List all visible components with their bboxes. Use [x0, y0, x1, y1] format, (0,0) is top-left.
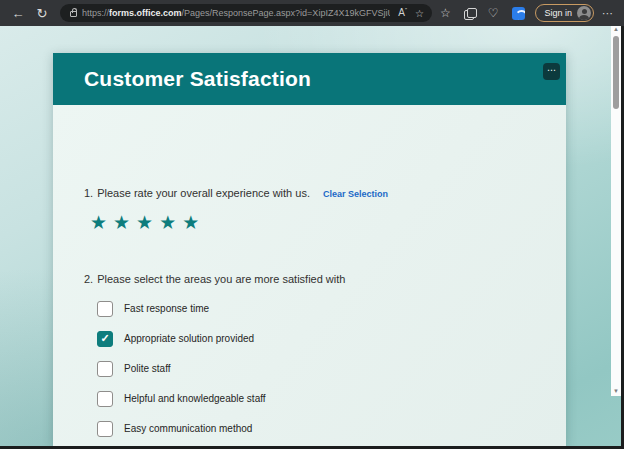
extension-icon[interactable] — [512, 7, 525, 20]
clear-selection-button[interactable]: Clear Selection — [323, 189, 388, 199]
checkbox-label: Polite staff — [124, 363, 171, 374]
checkbox[interactable]: ✓ — [97, 301, 113, 317]
scroll-down-icon[interactable]: ▼ — [613, 386, 619, 396]
page-scrollbar[interactable]: ▲ ▼ — [611, 24, 621, 396]
question-2-text: Please select the areas you are more sat… — [97, 273, 345, 285]
question-1: 1.Please rate your overall experience wi… — [84, 187, 388, 199]
url-scheme: https:// — [82, 8, 109, 18]
forms-page-background: Customer Satisfaction ⋯ 1.Please rate yo… — [0, 26, 624, 449]
read-aloud-icon[interactable]: A” — [398, 7, 407, 18]
checkbox[interactable]: ✓ — [97, 361, 113, 377]
favorites-icon[interactable]: ☆ — [440, 7, 451, 19]
star-icon[interactable]: ★ — [136, 212, 153, 234]
form-card: Customer Satisfaction ⋯ 1.Please rate yo… — [53, 53, 566, 446]
browser-toolbar: ← ↻ https://forms.office.com/Pages/Respo… — [0, 0, 624, 26]
form-title: Customer Satisfaction — [53, 67, 311, 91]
browser-window: ← ↻ https://forms.office.com/Pages/Respo… — [0, 0, 624, 449]
star-icon[interactable]: ★ — [90, 212, 107, 234]
checkbox[interactable]: ✓ — [97, 331, 113, 347]
form-menu-button[interactable]: ⋯ — [543, 63, 560, 80]
star-icon[interactable]: ★ — [113, 212, 130, 234]
browser-essentials-icon[interactable]: ♡ — [488, 7, 499, 19]
star-icon[interactable]: ★ — [182, 212, 199, 234]
checkbox-label: Fast response time — [124, 303, 209, 314]
lock-icon — [70, 11, 77, 17]
checkbox-option[interactable]: ✓ Helpful and knowledgeable staff — [97, 390, 317, 407]
collections-icon[interactable] — [464, 8, 475, 19]
checkbox-option[interactable]: ✓ Polite staff — [97, 360, 317, 377]
add-favorite-icon[interactable]: ☆ — [415, 8, 424, 19]
question-2-number: 2. — [84, 273, 93, 285]
checkbox-label: Helpful and knowledgeable staff — [124, 393, 266, 404]
url-domain: forms.office.com — [109, 8, 182, 18]
more-menu-icon[interactable]: ⋯ — [602, 7, 613, 20]
toolbar-icons: ☆ ♡ — [440, 7, 525, 20]
form-body: 1.Please rate your overall experience wi… — [53, 105, 566, 446]
checkbox[interactable]: ✓ — [97, 421, 113, 437]
scrollbar-thumb[interactable] — [613, 36, 619, 109]
checkbox[interactable]: ✓ — [97, 391, 113, 407]
back-icon[interactable]: ← — [6, 6, 30, 21]
star-rating[interactable]: ★ ★ ★ ★ ★ — [90, 212, 199, 234]
star-icon[interactable]: ★ — [159, 212, 176, 234]
url-path: /Pages/ResponsePage.aspx?id=XipIZ4X19kGF… — [182, 8, 391, 18]
question-1-text: Please rate your overall experience with… — [97, 187, 310, 199]
refresh-icon[interactable]: ↻ — [30, 6, 54, 21]
sign-in-label: Sign in — [545, 8, 573, 18]
checkbox-options: ✓ Fast response time ✓ Appropriate solut… — [97, 300, 317, 449]
checkbox-label: Easy communication method — [124, 423, 252, 434]
question-1-number: 1. — [84, 187, 93, 199]
check-icon: ✓ — [100, 333, 109, 344]
checkbox-label: Appropriate solution provided — [124, 333, 254, 344]
form-header: Customer Satisfaction ⋯ — [53, 53, 566, 105]
checkbox-option[interactable]: ✓ Fast response time — [97, 300, 317, 317]
question-2: 2.Please select the areas you are more s… — [84, 273, 345, 285]
checkbox-option[interactable]: ✓ Appropriate solution provided — [97, 330, 317, 347]
url-text: https://forms.office.com/Pages/ResponseP… — [82, 8, 390, 18]
checkbox-option[interactable]: ✓ Easy communication method — [97, 420, 317, 437]
sign-in-button[interactable]: Sign in — [535, 4, 595, 22]
address-bar[interactable]: https://forms.office.com/Pages/ResponseP… — [60, 4, 432, 22]
profile-avatar — [577, 6, 591, 20]
